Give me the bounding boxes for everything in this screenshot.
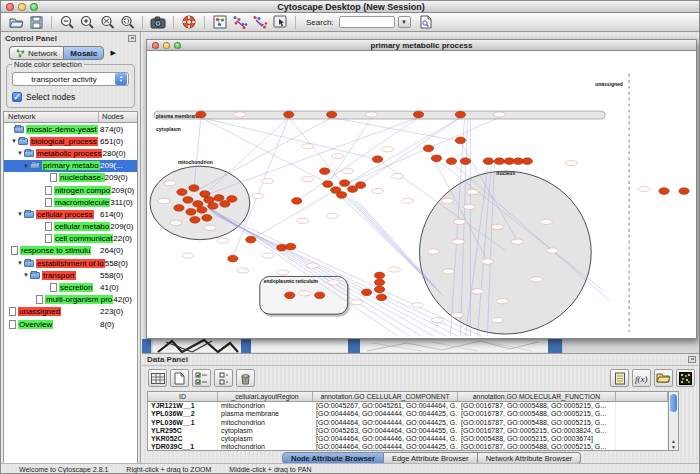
- network-node-transporter[interactable]: [314, 292, 324, 299]
- network-node-transporter[interactable]: [277, 244, 287, 251]
- tree-expand-icon[interactable]: ▼: [17, 150, 24, 156]
- tree-row[interactable]: nucleobase-209(0): [4, 172, 137, 184]
- network-node-transporter[interactable]: [455, 137, 465, 144]
- table-row[interactable]: YPL036W__2plasma membrane[GO:0044464, GO…: [148, 410, 668, 418]
- table-row[interactable]: YJR121W__1mitochondrion[GO:0045267, GO:0…: [148, 402, 668, 410]
- zoom-selected-button[interactable]: [118, 14, 136, 30]
- network-edge[interactable]: [344, 195, 428, 280]
- network-node-unhighlighted[interactable]: [252, 193, 264, 198]
- network-edge[interactable]: [206, 118, 419, 195]
- network-node-unhighlighted[interactable]: [638, 186, 650, 191]
- network-node-transporter[interactable]: [372, 156, 382, 163]
- network-node-transporter[interactable]: [446, 158, 456, 165]
- network-edge[interactable]: [205, 118, 289, 194]
- network-node-unhighlighted[interactable]: [366, 112, 378, 117]
- tree-item-label[interactable]: response to stimulu: [20, 246, 91, 255]
- tree-row[interactable]: cell communicat22(0): [4, 233, 137, 245]
- tree-row[interactable]: mosaic-demo-yeast874(0): [4, 123, 137, 135]
- tree-item-label[interactable]: cellular metabo: [54, 222, 110, 231]
- tree-col-network[interactable]: Network: [4, 112, 99, 122]
- tree-item-label[interactable]: primary metabo: [42, 161, 100, 170]
- network-node-unhighlighted[interactable]: [262, 253, 274, 258]
- attribute-matrix-button[interactable]: [676, 369, 695, 387]
- zoom-fit-button[interactable]: [98, 14, 116, 30]
- tree-item-label[interactable]: Overview: [18, 320, 53, 329]
- tree-item-label[interactable]: nucleobase-: [59, 173, 105, 182]
- network-node-unhighlighted[interactable]: [451, 313, 463, 318]
- table-row[interactable]: YPL036W__1mitochondrion[GO:0044464, GO:0…: [148, 419, 668, 427]
- tab-scroll-right-icon[interactable]: ▶: [110, 49, 115, 57]
- network-node-unhighlighted[interactable]: [540, 219, 552, 224]
- network-node-unhighlighted[interactable]: [442, 269, 454, 274]
- unselect-attributes-button[interactable]: [214, 369, 233, 387]
- float-data-panel-icon[interactable]: [688, 356, 696, 363]
- layout-network-button[interactable]: [231, 14, 249, 30]
- network-node-transporter[interactable]: [186, 209, 196, 216]
- network-node-transporter[interactable]: [374, 272, 384, 279]
- network-node-unhighlighted[interactable]: [277, 270, 289, 275]
- open-file-button[interactable]: [7, 14, 25, 30]
- network-node-transporter[interactable]: [455, 111, 465, 118]
- tree-row[interactable]: nitrogen compo209(0): [4, 184, 137, 196]
- tree-expand-icon[interactable]: ▼: [11, 138, 18, 144]
- network-node-transporter[interactable]: [460, 158, 470, 165]
- network-node-transporter[interactable]: [374, 279, 384, 286]
- network-node-unhighlighted[interactable]: [491, 224, 503, 229]
- network-node-unhighlighted[interactable]: [307, 263, 319, 268]
- network-node-unhighlighted[interactable]: [164, 180, 176, 185]
- network-node-transporter[interactable]: [483, 158, 493, 165]
- network-node-unhighlighted[interactable]: [452, 239, 464, 244]
- tree-row[interactable]: ▼transport558(0): [4, 269, 137, 281]
- table-scrollbar[interactable]: ▲▼: [668, 391, 679, 451]
- network-node-unhighlighted[interactable]: [491, 318, 503, 323]
- tree-row[interactable]: ▼primary metabo209(...: [4, 160, 137, 172]
- network-node-unhighlighted[interactable]: [302, 177, 314, 182]
- tree-item-label[interactable]: cellular process: [36, 210, 94, 219]
- network-node-transporter[interactable]: [285, 292, 295, 299]
- network-node-transporter[interactable]: [494, 158, 504, 165]
- network-node-transporter[interactable]: [679, 188, 689, 195]
- network-node-unhighlighted[interactable]: [372, 188, 384, 193]
- network-edge[interactable]: [346, 118, 500, 185]
- network-node-unhighlighted[interactable]: [297, 218, 309, 223]
- tab-network[interactable]: Network: [9, 46, 63, 60]
- tree-expand-icon[interactable]: ▼: [17, 211, 24, 217]
- network-node-unhighlighted[interactable]: [332, 154, 344, 159]
- tree-item-label[interactable]: biological_process: [30, 137, 98, 146]
- table-row[interactable]: YKR052Ccytoplasm[GO:0044464, GO:0044446,…: [148, 435, 668, 443]
- notepad-button[interactable]: [610, 369, 629, 387]
- network-edge[interactable]: [338, 193, 424, 276]
- select-mode-button[interactable]: [271, 14, 289, 30]
- network-edge[interactable]: [289, 118, 344, 186]
- zoom-out-button[interactable]: [58, 14, 76, 30]
- network-node-transporter[interactable]: [659, 188, 669, 195]
- network-node-unhighlighted[interactable]: [328, 280, 340, 285]
- network-node-unhighlighted[interactable]: [351, 300, 363, 305]
- network-node-unhighlighted[interactable]: [471, 289, 483, 294]
- network-edge[interactable]: [354, 118, 461, 189]
- network-node-unhighlighted[interactable]: [402, 198, 414, 203]
- network-node-unhighlighted[interactable]: [453, 219, 465, 224]
- tree-item-label[interactable]: secretion: [59, 283, 93, 292]
- select-attributes-button[interactable]: [192, 369, 211, 387]
- network-node-unhighlighted[interactable]: [327, 213, 339, 218]
- advanced-search-button[interactable]: [417, 14, 435, 30]
- layout-network-alt-button[interactable]: [251, 14, 269, 30]
- network-node-unhighlighted[interactable]: [392, 174, 404, 179]
- import-attributes-button[interactable]: [654, 369, 673, 387]
- network-node-transporter[interactable]: [190, 216, 200, 223]
- tree-row[interactable]: multi-organism pro42(0): [4, 294, 137, 306]
- table-row[interactable]: YDR039C__1mitochondrion[GO:0044464, GO:0…: [148, 443, 668, 451]
- attribute-grid-button[interactable]: [148, 369, 167, 387]
- network-node-transporter[interactable]: [326, 111, 336, 118]
- network-node-unhighlighted[interactable]: [158, 198, 170, 203]
- tree-row[interactable]: ▼cellular process614(0): [4, 208, 137, 220]
- network-node-unhighlighted[interactable]: [427, 249, 439, 254]
- delete-attribute-button[interactable]: [236, 369, 255, 387]
- search-dropdown-button[interactable]: ▼: [398, 16, 411, 28]
- tree-row[interactable]: secretion41(0): [4, 281, 137, 293]
- network-node-transporter[interactable]: [339, 180, 349, 187]
- select-nodes-checkbox[interactable]: ✓: [12, 92, 22, 102]
- network-node-transporter[interactable]: [522, 158, 532, 165]
- network-node-unhighlighted[interactable]: [217, 238, 229, 243]
